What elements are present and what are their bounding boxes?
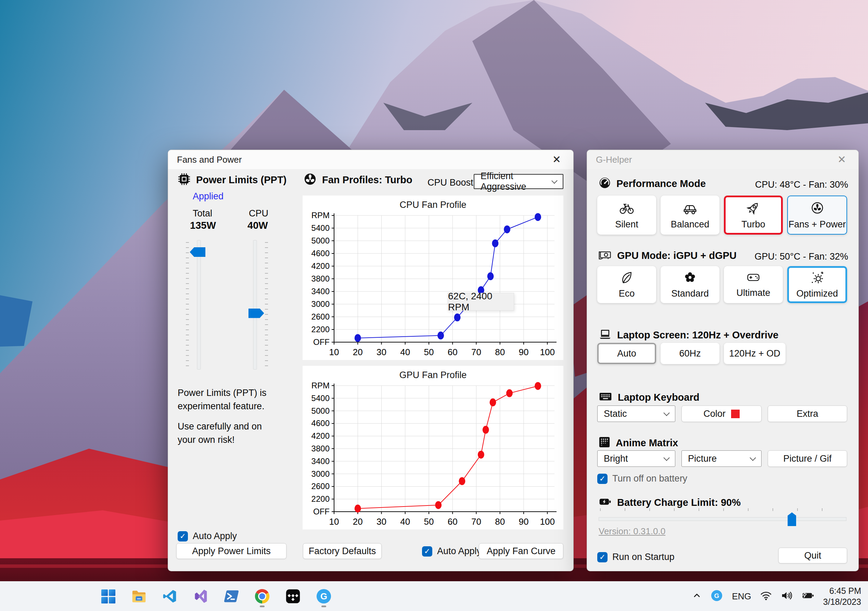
svg-text:70: 70	[471, 516, 481, 527]
laptop-screen-heading: Laptop Screen: 120Hz + Overdrive	[617, 330, 778, 341]
svg-text:3800: 3800	[312, 274, 330, 283]
total-power-slider[interactable]	[188, 240, 210, 370]
keyboard-extra-button[interactable]: Extra	[768, 406, 847, 422]
matrix-battery-checkbox[interactable]: ✓ Turn off on battery	[597, 473, 687, 484]
taskbar: G G ENG 6:45 PM	[0, 581, 868, 611]
keyboard-mode-select[interactable]: Static	[597, 406, 675, 422]
chrome-icon[interactable]	[253, 584, 271, 608]
laptop-keyboard-header: Laptop Keyboard	[598, 392, 699, 403]
perf-fans-power-button[interactable]: Fans + Power	[787, 196, 847, 235]
screen-120hz-od-button[interactable]: 120Hz + OD	[724, 343, 786, 364]
vscode-icon[interactable]	[161, 584, 179, 608]
power-limits-header: Power Limits (PPT)	[178, 173, 287, 187]
svg-text:40: 40	[400, 516, 410, 527]
svg-text:2600: 2600	[312, 312, 330, 321]
power-auto-apply-label: Auto Apply	[193, 531, 237, 541]
fans-and-power-window: Fans and Power ✕ Power Limits (PPT) Appl…	[168, 150, 574, 571]
version-link[interactable]: Version: 0.31.0.0	[598, 526, 665, 537]
fans-window-titlebar: Fans and Power ✕	[168, 150, 573, 169]
battery-slider-ticks	[600, 508, 845, 511]
clock[interactable]: 6:45 PM 3/18/2023	[823, 585, 861, 608]
file-explorer-icon[interactable]	[130, 584, 148, 608]
g-helper-taskbar-icon[interactable]: G	[315, 584, 333, 608]
gpu-mode-header: GPU Mode: iGPU + dGPU	[598, 249, 736, 262]
svg-text:GPU Fan Profile: GPU Fan Profile	[400, 370, 467, 380]
wifi-icon[interactable]	[760, 591, 772, 602]
gpu-fan-chart[interactable]: GPU Fan ProfileOFF2200260030003400380042…	[302, 366, 563, 530]
svg-text:3000: 3000	[312, 299, 330, 309]
chevron-down-icon	[663, 454, 670, 461]
run-on-startup-checkbox[interactable]: ✓ Run on Startup	[597, 552, 674, 562]
cpu-slider-handle[interactable]	[248, 309, 264, 318]
svg-text:70: 70	[471, 347, 481, 357]
cpu-power-slider[interactable]	[244, 240, 266, 370]
keyboard-color-button[interactable]: Color	[682, 406, 761, 422]
cpu-temp-status: CPU: 48°C - Fan: 30%	[755, 179, 848, 190]
battery-limit-heading: Battery Charge Limit: 90%	[617, 497, 741, 508]
gauge-icon	[598, 177, 611, 190]
gamepad-icon	[746, 271, 761, 285]
total-slider-handle[interactable]	[190, 247, 205, 257]
taskbar-apps: G	[99, 581, 333, 611]
svg-text:80: 80	[495, 516, 505, 527]
svg-text:G: G	[320, 591, 327, 601]
gpu-ultimate-button[interactable]: Ultimate	[724, 266, 783, 303]
gpu-standard-button[interactable]: Standard	[660, 266, 719, 303]
battery-charging-icon[interactable]	[801, 591, 814, 602]
close-icon[interactable]: ✕	[549, 153, 564, 166]
cpu-boost-select[interactable]: Efficient Aggressive	[474, 174, 563, 189]
factory-defaults-button[interactable]: Factory Defaults	[303, 543, 381, 559]
total-value: 135W	[190, 220, 216, 231]
apply-power-limits-button[interactable]: Apply Power Limits	[176, 543, 287, 559]
perf-silent-button[interactable]: Silent	[597, 196, 656, 235]
fan-auto-apply-checkbox[interactable]: ✓ Auto Apply	[422, 546, 481, 557]
language-indicator[interactable]: ENG	[732, 591, 751, 602]
laptop-screen-header: Laptop Screen: 120Hz + Overdrive	[598, 328, 778, 342]
cpu-fan-chart[interactable]: CPU Fan ProfileOFF2200260030003400380042…	[302, 196, 563, 360]
sparkle-gear-icon	[810, 271, 825, 286]
matrix-brightness-select[interactable]: Bright	[597, 450, 675, 467]
tidal-icon[interactable]	[284, 584, 302, 608]
visual-studio-icon[interactable]	[192, 584, 209, 608]
keyboard-color-label: Color	[704, 409, 725, 419]
svg-text:5000: 5000	[312, 406, 330, 415]
gpu-eco-button[interactable]: Eco	[597, 266, 656, 303]
apply-fan-curve-button[interactable]: Apply Fan Curve	[479, 543, 563, 559]
leaf-icon	[620, 271, 634, 286]
svg-text:2600: 2600	[312, 482, 330, 491]
gpu-optimized-button[interactable]: Optimized	[787, 266, 847, 303]
matrix-battery-label: Turn off on battery	[612, 473, 687, 484]
g-helper-window: G-Helper ✕ Performance Mode CPU: 48°C - …	[587, 150, 859, 571]
matrix-brightness-value: Bright	[604, 454, 628, 464]
battery-slider-handle[interactable]	[787, 512, 796, 526]
powershell-icon[interactable]	[222, 584, 240, 608]
battery-slider-track[interactable]	[598, 517, 846, 521]
perf-turbo-button[interactable]: Turbo	[724, 196, 783, 235]
matrix-mode-select[interactable]: Picture	[682, 450, 761, 467]
perf-balanced-button[interactable]: Balanced	[660, 196, 719, 235]
fan-curve-tooltip: 62C, 2400 RPM	[448, 293, 514, 311]
svg-text:4200: 4200	[312, 261, 330, 271]
start-button[interactable]	[99, 584, 117, 608]
cpu-slider-track[interactable]	[253, 240, 257, 370]
close-icon[interactable]: ✕	[834, 153, 849, 166]
quit-button[interactable]: Quit	[778, 548, 847, 563]
svg-text:90: 90	[519, 516, 529, 527]
tray-chevron-up-icon[interactable]	[692, 591, 702, 602]
volume-icon[interactable]	[781, 591, 792, 602]
screen-auto-button[interactable]: Auto	[597, 343, 656, 364]
checkbox-checked-icon: ✓	[422, 546, 432, 557]
battery-charge-slider[interactable]	[598, 508, 846, 524]
matrix-icon	[598, 436, 610, 449]
matrix-picture-gif-button[interactable]: Picture / Gif	[768, 450, 847, 467]
g-helper-tray-icon[interactable]: G	[711, 589, 723, 603]
performance-mode-heading: Performance Mode	[617, 178, 706, 190]
total-slider-track[interactable]	[197, 240, 201, 370]
tray-time: 6:45 PM	[823, 585, 861, 597]
svg-text:5400: 5400	[312, 393, 330, 403]
svg-text:20: 20	[353, 516, 363, 527]
svg-text:30: 30	[377, 516, 386, 527]
power-auto-apply-checkbox[interactable]: ✓ Auto Apply	[178, 531, 237, 541]
keyboard-icon	[598, 392, 612, 403]
screen-60hz-button[interactable]: 60Hz	[660, 343, 719, 364]
